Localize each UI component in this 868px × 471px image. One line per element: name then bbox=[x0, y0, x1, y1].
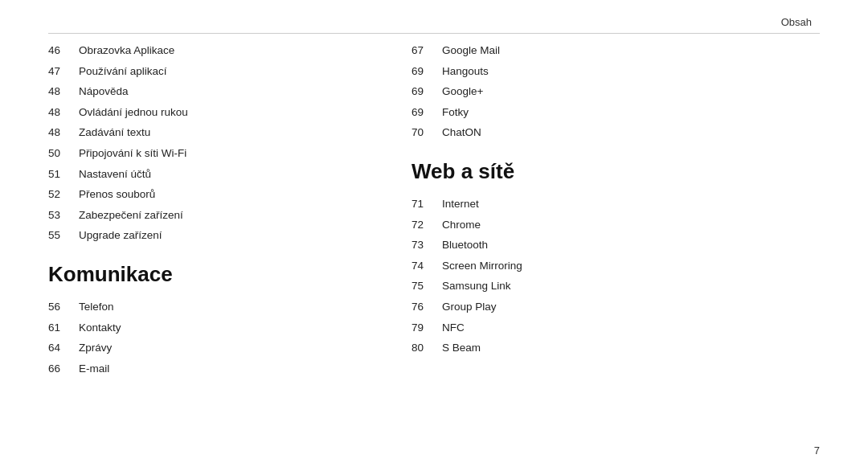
top-toc-list: 46Obrazovka Aplikace47Používání aplikací… bbox=[48, 42, 371, 244]
toc-label: ChatON bbox=[442, 124, 481, 141]
toc-label: Nastavení účtů bbox=[79, 166, 151, 183]
toc-number: 66 bbox=[48, 360, 79, 378]
komunikace-toc-list: 56Telefon61Kontakty64Zprávy66E-mail bbox=[48, 298, 371, 377]
toc-number: 48 bbox=[48, 124, 79, 141]
list-item: 80S Beam bbox=[411, 339, 820, 357]
komunikace-heading: Komunikace bbox=[48, 262, 371, 287]
list-item: 52Přenos souborů bbox=[48, 186, 371, 203]
left-column: 46Obrazovka Aplikace47Používání aplikací… bbox=[48, 42, 395, 385]
toc-label: Samsung Link bbox=[442, 277, 511, 295]
list-item: 51Nastavení účtů bbox=[48, 166, 371, 183]
list-item: 61Kontakty bbox=[48, 319, 371, 337]
toc-label: Zprávy bbox=[79, 339, 112, 357]
list-item: 48Nápověda bbox=[48, 83, 371, 100]
toc-label: Google+ bbox=[442, 83, 483, 100]
list-item: 48Ovládání jednou rukou bbox=[48, 104, 371, 121]
toc-label: Obrazovka Aplikace bbox=[79, 42, 174, 59]
toc-number: 64 bbox=[48, 339, 79, 357]
page-header: Obsah bbox=[48, 16, 820, 34]
toc-label: Screen Mirroring bbox=[442, 257, 522, 275]
list-item: 75Samsung Link bbox=[411, 277, 820, 295]
toc-label: E-mail bbox=[79, 360, 109, 378]
toc-label: Používání aplikací bbox=[79, 63, 167, 80]
toc-number: 52 bbox=[48, 186, 79, 203]
toc-number: 80 bbox=[411, 339, 442, 357]
toc-label: Google Mail bbox=[442, 42, 500, 59]
list-item: 74Screen Mirroring bbox=[411, 257, 820, 275]
list-item: 53Zabezpečení zařízení bbox=[48, 207, 371, 224]
list-item: 69Hangouts bbox=[411, 63, 820, 80]
list-item: 69Fotky bbox=[411, 104, 820, 121]
list-item: 47Používání aplikací bbox=[48, 63, 371, 80]
list-item: 71Internet bbox=[411, 195, 820, 213]
toc-label: Chrome bbox=[442, 216, 481, 234]
toc-number: 47 bbox=[48, 63, 79, 80]
toc-label: Přenos souborů bbox=[79, 186, 155, 203]
list-item: 50Připojování k síti Wi-Fi bbox=[48, 145, 371, 162]
toc-label: S Beam bbox=[442, 339, 481, 357]
toc-number: 69 bbox=[411, 104, 442, 121]
toc-label: Kontakty bbox=[79, 319, 121, 337]
toc-number: 48 bbox=[48, 83, 79, 100]
list-item: 56Telefon bbox=[48, 298, 371, 316]
content-area: 46Obrazovka Aplikace47Používání aplikací… bbox=[48, 42, 820, 385]
toc-number: 48 bbox=[48, 104, 79, 121]
list-item: 48Zadávání textu bbox=[48, 124, 371, 141]
web-siti-toc-list: 71Internet72Chrome73Bluetooth74Screen Mi… bbox=[411, 195, 820, 357]
toc-label: Hangouts bbox=[442, 63, 489, 80]
list-item: 79NFC bbox=[411, 319, 820, 337]
right-column: 67Google Mail69Hangouts69Google+69Fotky7… bbox=[395, 42, 820, 385]
page-footer: 7 bbox=[814, 444, 820, 457]
toc-number: 71 bbox=[411, 195, 442, 213]
list-item: 69Google+ bbox=[411, 83, 820, 100]
toc-number: 50 bbox=[48, 145, 79, 162]
toc-number: 72 bbox=[411, 216, 442, 234]
toc-label: NFC bbox=[442, 319, 465, 337]
right-top-toc-list: 67Google Mail69Hangouts69Google+69Fotky7… bbox=[411, 42, 820, 141]
toc-number: 69 bbox=[411, 63, 442, 80]
toc-label: Zadávání textu bbox=[79, 124, 150, 141]
web-siti-heading: Web a sítě bbox=[411, 159, 820, 184]
list-item: 76Group Play bbox=[411, 298, 820, 316]
toc-number: 69 bbox=[411, 83, 442, 100]
list-item: 67Google Mail bbox=[411, 42, 820, 59]
toc-label: Upgrade zařízení bbox=[79, 227, 162, 244]
toc-label: Ovládání jednou rukou bbox=[79, 104, 188, 121]
toc-number: 56 bbox=[48, 298, 79, 316]
list-item: 70ChatON bbox=[411, 124, 820, 141]
toc-number: 79 bbox=[411, 319, 442, 337]
toc-label: Telefon bbox=[79, 298, 114, 316]
toc-label: Připojování k síti Wi-Fi bbox=[79, 145, 186, 162]
toc-number: 53 bbox=[48, 207, 79, 224]
list-item: 66E-mail bbox=[48, 360, 371, 378]
toc-number: 75 bbox=[411, 277, 442, 295]
toc-label: Group Play bbox=[442, 298, 497, 316]
toc-number: 46 bbox=[48, 42, 79, 59]
toc-number: 74 bbox=[411, 257, 442, 275]
toc-label: Internet bbox=[442, 195, 479, 213]
toc-label: Zabezpečení zařízení bbox=[79, 207, 183, 224]
list-item: 46Obrazovka Aplikace bbox=[48, 42, 371, 59]
header-title: Obsah bbox=[781, 16, 812, 28]
toc-number: 76 bbox=[411, 298, 442, 316]
toc-number: 55 bbox=[48, 227, 79, 244]
list-item: 72Chrome bbox=[411, 216, 820, 234]
page-container: Obsah 46Obrazovka Aplikace47Používání ap… bbox=[0, 0, 868, 471]
toc-label: Nápověda bbox=[79, 83, 129, 100]
toc-number: 70 bbox=[411, 124, 442, 141]
page-number: 7 bbox=[814, 444, 820, 457]
toc-number: 61 bbox=[48, 319, 79, 337]
toc-label: Fotky bbox=[442, 104, 469, 121]
toc-number: 67 bbox=[411, 42, 442, 59]
list-item: 64Zprávy bbox=[48, 339, 371, 357]
list-item: 73Bluetooth bbox=[411, 236, 820, 254]
toc-number: 73 bbox=[411, 236, 442, 254]
toc-label: Bluetooth bbox=[442, 236, 488, 254]
list-item: 55Upgrade zařízení bbox=[48, 227, 371, 244]
toc-number: 51 bbox=[48, 166, 79, 183]
